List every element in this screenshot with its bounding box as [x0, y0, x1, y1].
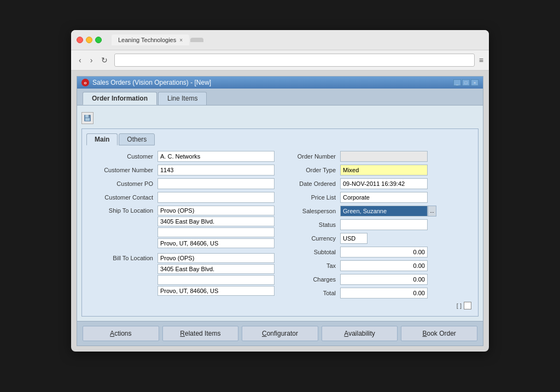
charges-row: Charges: [285, 274, 474, 285]
salesperson-label: Salesperson: [285, 208, 340, 214]
browser-tab-active[interactable]: Leaning Technologies ×: [112, 34, 189, 45]
configurator-button[interactable]: Configurator: [242, 326, 318, 341]
price-list-input[interactable]: [340, 192, 428, 203]
bill-to-line2-input[interactable]: [158, 264, 275, 274]
customer-label: Customer: [86, 153, 158, 160]
order-type-row: Order Type: [285, 165, 474, 175]
save-icon: [84, 114, 91, 122]
book-order-button[interactable]: Book Order: [401, 326, 477, 341]
order-type-label: Order Type: [285, 167, 340, 173]
menu-icon[interactable]: ≡: [479, 56, 483, 65]
customer-input[interactable]: [158, 151, 275, 162]
sub-tab-main[interactable]: Main: [86, 133, 118, 145]
footer-brackets: [ ]: [457, 302, 462, 309]
tab-line-items-label: Line Items: [167, 95, 197, 102]
forward-button[interactable]: ›: [88, 55, 95, 66]
related-items-button[interactable]: Related Items: [162, 326, 239, 341]
back-button[interactable]: ‹: [77, 55, 84, 66]
browser-tabs: Leaning Technologies ×: [112, 34, 203, 45]
refresh-button[interactable]: ↻: [99, 55, 110, 66]
app-icon-label: o: [84, 80, 87, 85]
availability-button-label: Availability: [344, 330, 375, 337]
subtotal-label: Subtotal: [285, 249, 340, 255]
tab-order-information[interactable]: Order Information: [83, 92, 157, 105]
customer-number-row: Customer Number: [86, 165, 275, 175]
panel-footer: [ ]: [86, 300, 474, 312]
status-label: Status: [285, 221, 340, 228]
bill-to-line1-input[interactable]: [158, 253, 275, 263]
customer-contact-input[interactable]: [158, 192, 275, 203]
app-logo-icon: o: [81, 79, 89, 86]
charges-input[interactable]: [340, 274, 428, 285]
titlebar-controls: _ □ ×: [453, 79, 479, 86]
footer-checkbox[interactable]: [464, 302, 471, 309]
browser-toolbar: ‹ › ↻ ≡: [71, 50, 489, 71]
date-ordered-row: Date Ordered: [285, 178, 474, 189]
maximize-traffic-light[interactable]: [95, 37, 102, 43]
restore-button[interactable]: □: [462, 79, 470, 86]
traffic-lights: [77, 37, 102, 43]
close-traffic-light[interactable]: [77, 37, 83, 43]
configurator-button-label: Configurator: [262, 330, 298, 337]
form-grid: Customer Customer Number Customer PO: [86, 151, 474, 300]
browser-window: Leaning Technologies × ‹ › ↻ ≡ o Sales O…: [71, 30, 489, 352]
order-type-input[interactable]: [340, 165, 428, 175]
browser-tab-inactive[interactable]: [190, 38, 203, 42]
titlebar-left: o Sales Orders (Vision Operations) - [Ne…: [81, 79, 211, 86]
bill-to-line4-input[interactable]: [158, 286, 275, 296]
order-number-input[interactable]: [340, 151, 428, 162]
subtotal-row: Subtotal: [285, 247, 474, 258]
browser-titlebar: Leaning Technologies ×: [71, 30, 489, 50]
toolbar-row: [81, 110, 479, 126]
bill-to-line3-input[interactable]: [158, 275, 275, 285]
bill-to-label: Bill To Location: [86, 255, 158, 261]
customer-number-input[interactable]: [158, 165, 275, 175]
sub-tab-bar: Main Others: [86, 133, 474, 145]
content-area: Main Others Customer Cu: [77, 106, 483, 321]
close-button[interactable]: ×: [471, 79, 479, 86]
price-list-label: Price List: [285, 194, 340, 201]
ship-to-line3-input[interactable]: [158, 227, 275, 237]
salesperson-browse-button[interactable]: ...: [428, 206, 436, 217]
status-row: Status: [285, 219, 474, 230]
tax-label: Tax: [285, 262, 340, 269]
minimize-button[interactable]: _: [453, 79, 461, 86]
customer-po-label: Customer PO: [86, 180, 158, 187]
save-icon-button[interactable]: [81, 112, 94, 124]
subtotal-input[interactable]: [340, 247, 428, 258]
salesperson-input[interactable]: [340, 206, 428, 217]
date-ordered-input[interactable]: [340, 178, 428, 189]
ship-to-line4-input[interactable]: [158, 238, 275, 248]
status-input[interactable]: [340, 219, 428, 230]
sub-tab-others-label: Others: [127, 136, 147, 143]
tab-close-button[interactable]: ×: [179, 37, 183, 43]
currency-input[interactable]: [340, 233, 368, 244]
sub-tab-others[interactable]: Others: [119, 133, 155, 145]
minimize-traffic-light[interactable]: [86, 37, 92, 43]
book-order-button-label: Book Order: [422, 330, 456, 337]
sub-tab-main-label: Main: [95, 136, 109, 143]
svg-rect-2: [85, 118, 90, 121]
bill-to-row: Bill To Location: [86, 253, 275, 296]
tax-input[interactable]: [340, 260, 428, 271]
form-right-section: Order Number Order Type Date Ordered: [285, 151, 474, 300]
ship-to-address-block: [158, 206, 275, 248]
app-titlebar: o Sales Orders (Vision Operations) - [Ne…: [77, 77, 483, 89]
actions-button[interactable]: Actions: [83, 326, 159, 341]
total-label: Total: [285, 290, 340, 296]
total-input[interactable]: [340, 288, 428, 299]
order-number-row: Order Number: [285, 151, 474, 162]
customer-po-input[interactable]: [158, 178, 275, 189]
address-bar[interactable]: [114, 54, 474, 67]
tab-line-items[interactable]: Line Items: [158, 92, 207, 105]
inner-panel: Main Others Customer Cu: [81, 128, 479, 317]
bottom-button-bar: Actions Related Items Configurator Avail…: [77, 321, 483, 346]
svg-rect-3: [89, 115, 90, 116]
tab-order-information-label: Order Information: [92, 95, 148, 102]
availability-button[interactable]: Availability: [322, 326, 398, 341]
ship-to-line2-input[interactable]: [158, 217, 275, 226]
ship-to-line1-input[interactable]: [158, 206, 275, 215]
customer-number-label: Customer Number: [86, 167, 158, 173]
currency-row: Currency: [285, 233, 474, 244]
date-ordered-label: Date Ordered: [285, 180, 340, 187]
